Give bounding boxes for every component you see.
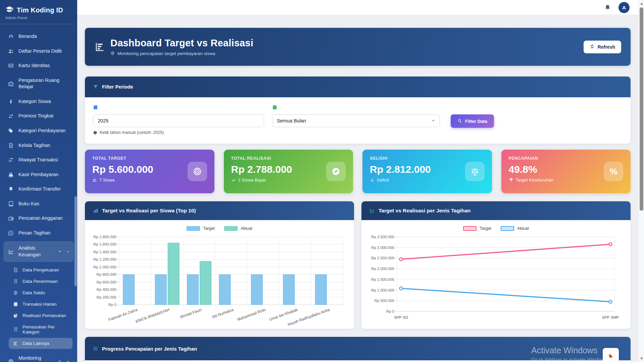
sidebar-subitem-label: Realisasi Pemasukan — [22, 313, 66, 318]
scrollbar-thumb[interactable] — [640, 7, 643, 211]
sidebar-item-label: Beranda — [18, 33, 37, 40]
bar-chart-legend: TargetAktual — [90, 224, 349, 233]
hbar-chart-icon — [13, 341, 18, 346]
legend-item-aktual[interactable]: Aktual — [224, 226, 252, 231]
topbar: A — [77, 0, 638, 15]
invoice-dollar-icon: $ — [13, 267, 18, 272]
sidebar-subitem-data-saldo[interactable]: Data Saldo — [9, 287, 72, 298]
legend-swatch — [224, 226, 238, 231]
sidebar-nav: BerandaDaftar Peserta DidikKartu Identit… — [0, 24, 77, 362]
sidebar-item-kartu-identitas[interactable]: Kartu Identitas — [3, 59, 74, 73]
sidebar-subitem-data-pengeluaran[interactable]: $Data Pengeluaran — [9, 264, 72, 275]
line-chart-legend: TargetAktual — [366, 224, 626, 233]
filter-data-button[interactable]: Filter Data — [451, 114, 494, 128]
sidebar-item-label: Pencairan Anggaran — [18, 215, 62, 222]
svg-text:Rp 1.000.000: Rp 1.000.000 — [371, 288, 394, 292]
brand: Tim Koding ID Admin Panel — [0, 0, 77, 24]
graduation-cap-icon — [5, 5, 13, 15]
sidebar-subitem-data-lainnya[interactable]: Data Lainnya — [9, 338, 72, 349]
sidebar-item-beranda[interactable]: Beranda — [3, 30, 74, 44]
id-card-icon — [7, 63, 14, 68]
sidebar-subitem-label: Pemasukan Per Kategori — [22, 324, 68, 334]
sidebar-item-pengaturan-ruang-belajar[interactable]: Pengaturan Ruang Belajar — [3, 73, 74, 94]
page-subtitle: Monitoring pencapaian target pembayaran … — [117, 51, 215, 56]
info-icon — [93, 131, 97, 135]
bar-chart: Rp 0Rp 200.000Rp 400.000Rp 600.000Rp 800… — [90, 233, 349, 325]
debug-toolbar-toggle[interactable] — [603, 348, 619, 362]
sidebar-item-label: Kelola Tagihan — [18, 142, 50, 149]
sidebar-item-buku-kas[interactable]: Buku Kas — [3, 197, 74, 211]
scrollbar-down-arrow[interactable] — [639, 356, 644, 361]
svg-text:ERICK IRWANSYAH: ERICK IRWANSYAH — [135, 308, 170, 324]
sidebar-scrollbar-thumb[interactable] — [75, 196, 77, 286]
chevron-down-icon — [431, 119, 435, 123]
sidebar-item-promosi-tingkat[interactable]: Promosi Tingkat — [3, 109, 74, 123]
sidebar-item-pencairan-anggaran[interactable]: Pencairan Anggaran — [3, 211, 74, 225]
year-hint: Ketik tahun manual (contoh: 2025) — [100, 130, 164, 135]
sidebar-item-kategori-siswa[interactable]: Kategori Siswa — [3, 95, 74, 109]
flame-icon — [606, 351, 615, 359]
school-icon — [7, 81, 14, 87]
sidebar-item-daftar-peserta-didik[interactable]: Daftar Peserta Didik — [3, 44, 74, 58]
invoice-icon — [7, 143, 14, 148]
svg-text:Muhammad Rizki: Muhammad Rizki — [237, 308, 266, 322]
refresh-label: Refresh — [598, 44, 615, 50]
svg-text:Rp 1.800.000: Rp 1.800.000 — [93, 235, 116, 239]
chevron-down-icon — [58, 250, 62, 254]
sidebar-item-riwayat-transaksi[interactable]: Riwayat Transaksi — [3, 153, 74, 167]
stat-label: PENCAPAIAN — [509, 156, 624, 161]
month-select[interactable]: Semua Bulan — [272, 114, 440, 127]
legend-swatch — [187, 226, 200, 231]
progress-card: Progress Pencapaian per Jenis Tagihan SP… — [85, 337, 631, 362]
sidebar-subitem-realisasi-pemasukan[interactable]: Realisasi Pemasukan — [9, 310, 72, 321]
users-icon — [7, 48, 14, 54]
legend-swatch — [463, 226, 477, 231]
stat-label: SELISIH — [370, 156, 485, 161]
stat-sub-label: 7 Siswa — [99, 177, 115, 183]
legend-item-target[interactable]: Target — [187, 226, 215, 231]
calendar-icon — [13, 302, 18, 307]
svg-text:$: $ — [15, 269, 16, 271]
page-scrollbar[interactable] — [638, 0, 644, 362]
page-title: Dashboard Target vs Realisasi — [110, 38, 253, 49]
sidebar-item-label: Kategori Siswa — [18, 98, 51, 105]
exchange-icon — [7, 157, 14, 163]
sidebar-item-kategori-pembayaran[interactable]: Kategori Pembayaran — [3, 124, 74, 138]
month-select-value: Semua Bulan — [277, 118, 306, 123]
gauge-icon — [7, 34, 14, 39]
sidebar-submenu: $Data PengeluaranData PenerimaanData Sal… — [0, 263, 77, 351]
year-input[interactable] — [93, 114, 264, 127]
sidebar-subitem-label: Data Penerimaan — [22, 279, 58, 284]
sidebar-item-kasir-pembayaran[interactable]: Kasir Pembayaran — [3, 168, 74, 182]
stat-card-selisih: SELISIHRp 2.812.000Deficit — [362, 150, 492, 193]
sidebar-item-label: Buku Kas — [18, 201, 39, 207]
sidebar-subitem-transaksi-harian[interactable]: Transaksi Harian — [9, 299, 72, 310]
scrollbar-up-arrow[interactable] — [639, 1, 644, 6]
sidebar-subitem-data-penerimaan[interactable]: Data Penerimaan — [9, 276, 72, 287]
sidebar-item-konfirmasi-transfer[interactable]: Konfirmasi Transfer — [3, 182, 74, 196]
sidebar-item-analisis-keuangan[interactable]: Analisis Keuangan — [3, 241, 74, 262]
svg-text:Rp 2.000.000: Rp 2.000.000 — [371, 267, 394, 271]
legend-item-aktual[interactable]: Aktual — [501, 226, 529, 231]
brand-subtitle: Admin Panel — [5, 16, 72, 20]
calendar-icon — [93, 105, 264, 111]
percent-icon: % — [604, 162, 623, 181]
avatar[interactable]: A — [618, 2, 630, 13]
sidebar-item-pesan-tagihan[interactable]: Pesan Tagihan — [3, 226, 74, 240]
progress-rows: SPP SD44.5%SPP SMP14.3% — [85, 360, 631, 362]
svg-text:Ahmad Fauzi: Ahmad Fauzi — [179, 308, 202, 319]
stat-card-pencapaian: PENCAPAIAN49.8%Target Keseluruhan% — [501, 150, 631, 193]
sidebar-subitem-pemasukan-per-kategori[interactable]: Pemasukan Per Kategori — [9, 321, 72, 338]
legend-item-target[interactable]: Target — [463, 226, 491, 231]
filter-title: Filter Periode — [102, 84, 133, 90]
svg-text:Rp 400.000: Rp 400.000 — [97, 288, 116, 292]
line-chart: Rp 0Rp 500.000Rp 1.000.000Rp 1.500.000Rp… — [366, 233, 626, 325]
stat-cards-row: TOTAL TARGETRp 5.600.0007 SiswaTOTAL REA… — [85, 150, 631, 193]
sidebar-item-monitoring-target[interactable]: Monitoring Target — [3, 351, 74, 362]
refresh-button[interactable]: Refresh — [584, 41, 621, 53]
sidebar-item-label: Monitoring Target — [18, 355, 53, 362]
sidebar-item-kelola-tagihan[interactable]: Kelola Tagihan — [3, 139, 74, 153]
tasks-icon — [93, 346, 98, 351]
notification-bell-icon[interactable] — [604, 4, 611, 11]
svg-text:Rp 200.000: Rp 200.000 — [97, 295, 116, 299]
